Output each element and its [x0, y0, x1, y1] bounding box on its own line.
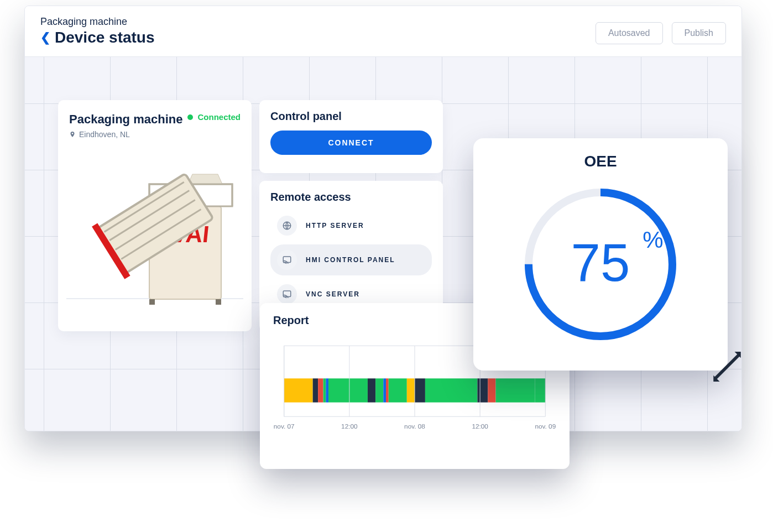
autosaved-button[interactable]: Autosaved: [596, 22, 663, 44]
oee-title: OEE: [487, 153, 714, 170]
svg-rect-24: [284, 378, 313, 402]
remote-item-label: HMI CONTROL PANEL: [306, 256, 395, 264]
remote-item-http[interactable]: HTTP SERVER: [270, 210, 432, 241]
device-location: Eindhoven, NL: [69, 130, 182, 139]
svg-rect-12: [149, 299, 155, 305]
svg-rect-27: [323, 378, 326, 402]
resize-handle-icon[interactable]: [712, 352, 742, 382]
svg-rect-26: [318, 378, 323, 402]
svg-rect-36: [415, 378, 425, 402]
status-badge: Connected: [187, 112, 241, 122]
remote-access-list: HTTP SERVER HMI CONTROL PANEL VNC SERVER: [270, 210, 432, 310]
svg-rect-28: [326, 378, 328, 402]
svg-text:nov. 07: nov. 07: [274, 423, 295, 430]
oee-value: 75: [571, 233, 630, 292]
location-pin-icon: [69, 131, 76, 138]
device-location-text: Eindhoven, NL: [79, 130, 130, 139]
svg-rect-35: [407, 378, 415, 402]
back-chevron-icon[interactable]: ❮: [40, 32, 50, 44]
svg-marker-5: [188, 174, 222, 184]
oee-gauge-chart: 75 %: [512, 176, 689, 353]
device-card[interactable]: Packaging machine Eindhoven, NL Connecte…: [58, 100, 252, 331]
svg-text:12:00: 12:00: [472, 423, 488, 430]
svg-text:nov. 08: nov. 08: [404, 423, 425, 430]
connect-button[interactable]: CONNECT: [270, 131, 432, 155]
svg-text:nov. 09: nov. 09: [535, 423, 556, 430]
remote-item-label: HTTP SERVER: [306, 222, 364, 230]
svg-rect-41: [535, 378, 545, 402]
status-label: Connected: [197, 112, 241, 122]
device-title: Packaging machine: [69, 112, 182, 127]
remote-item-hmi[interactable]: HMI CONTROL PANEL: [270, 244, 432, 275]
svg-rect-37: [425, 378, 478, 402]
svg-rect-33: [386, 378, 389, 402]
svg-rect-40: [496, 378, 535, 402]
control-panel-card[interactable]: Control panel CONNECT: [259, 100, 443, 173]
header-actions: Autosaved Publish: [596, 22, 726, 46]
publish-button[interactable]: Publish: [672, 22, 726, 44]
remote-access-title: Remote access: [270, 191, 432, 204]
oee-unit: %: [643, 227, 663, 253]
oee-card[interactable]: OEE 75 %: [473, 138, 728, 371]
svg-text:12:00: 12:00: [341, 423, 358, 430]
svg-rect-32: [383, 378, 386, 402]
svg-rect-13: [216, 299, 221, 305]
page-title: Device status: [55, 29, 155, 46]
cast-icon: [277, 250, 297, 270]
breadcrumb-parent[interactable]: Packaging machine: [40, 16, 155, 28]
svg-rect-34: [389, 378, 407, 402]
status-dot-icon: [187, 114, 193, 120]
header: Packaging machine ❮ Device status Autosa…: [25, 6, 741, 57]
svg-rect-38: [477, 378, 488, 402]
device-image: VAI: [66, 162, 244, 322]
remote-item-label: VNC SERVER: [306, 290, 360, 298]
svg-rect-31: [375, 378, 383, 402]
breadcrumb: Packaging machine ❮ Device status: [40, 16, 155, 46]
svg-rect-39: [488, 378, 495, 402]
globe-icon: [277, 216, 297, 236]
cast-icon: [277, 284, 297, 304]
svg-rect-29: [328, 378, 368, 402]
svg-rect-30: [368, 378, 375, 402]
control-panel-title: Control panel: [270, 110, 432, 123]
svg-rect-25: [313, 378, 318, 402]
